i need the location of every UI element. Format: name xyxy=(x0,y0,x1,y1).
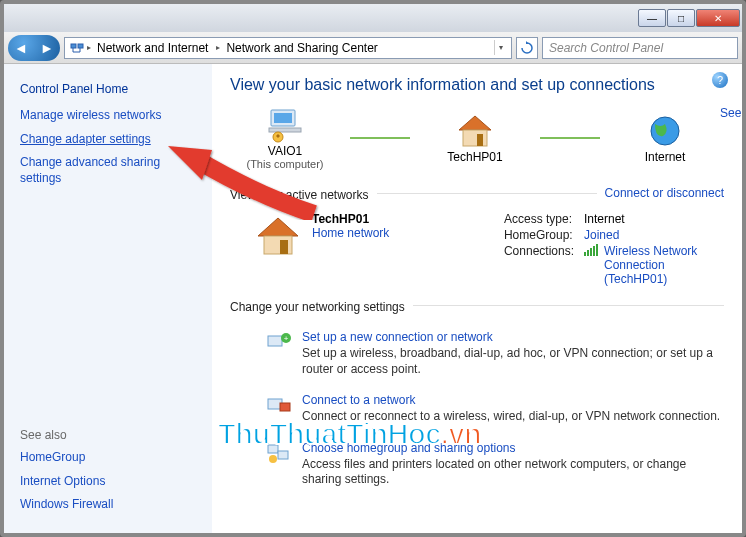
chevron-right-icon: ▸ xyxy=(87,43,91,52)
task-connect-network[interactable]: Connect to a network Connect or reconnec… xyxy=(230,385,724,433)
svg-rect-11 xyxy=(463,130,487,146)
navigation-bar: ◄ ► ▸ Network and Internet ▸ Network and… xyxy=(4,32,742,64)
task-homegroup-sharing[interactable]: Choose homegroup and sharing options Acc… xyxy=(230,433,724,496)
help-icon[interactable]: ? xyxy=(712,72,728,88)
sidebar-change-adapter[interactable]: Change adapter settings xyxy=(20,132,200,148)
node-this-computer[interactable]: VAIO1 (This computer) xyxy=(230,106,340,170)
homegroup-icon xyxy=(266,441,292,465)
svg-marker-14 xyxy=(258,218,298,236)
house-icon xyxy=(250,212,306,258)
homegroup-label: HomeGroup: xyxy=(504,228,574,242)
homegroup-value-link[interactable]: Joined xyxy=(584,228,724,242)
page-title: View your basic network information and … xyxy=(230,76,724,94)
node-gateway[interactable]: TechHP01 xyxy=(420,112,530,164)
control-panel-home-link[interactable]: Control Panel Home xyxy=(20,82,200,96)
svg-text:+: + xyxy=(284,334,289,343)
setup-connection-icon: + xyxy=(266,330,292,354)
svg-point-29 xyxy=(269,455,277,463)
nav-back-forward[interactable]: ◄ ► xyxy=(8,35,60,61)
svg-rect-0 xyxy=(71,44,76,48)
change-settings-heading: Change your networking settings xyxy=(230,300,405,314)
address-bar[interactable]: ▸ Network and Internet ▸ Network and Sha… xyxy=(64,37,512,59)
computer-icon xyxy=(263,106,307,144)
node-computer-label: VAIO1 xyxy=(268,144,302,158)
svg-rect-28 xyxy=(278,451,288,459)
connections-value-link[interactable]: Wireless Network Connection (TechHP01) xyxy=(584,244,724,286)
task-connect-link: Connect to a network xyxy=(302,393,720,407)
active-network-entry: TechHP01 Home network Access type: Inter… xyxy=(230,206,724,292)
task-homegroup-desc: Access files and printers located on oth… xyxy=(302,457,724,488)
see-also-homegroup[interactable]: HomeGroup xyxy=(20,450,200,466)
node-computer-sub: (This computer) xyxy=(246,158,323,170)
see-also-internet-options[interactable]: Internet Options xyxy=(20,474,200,490)
minimize-button[interactable]: — xyxy=(638,9,666,27)
task-homegroup-link: Choose homegroup and sharing options xyxy=(302,441,724,455)
close-button[interactable]: ✕ xyxy=(696,9,740,27)
refresh-button[interactable] xyxy=(516,37,538,59)
search-input[interactable]: Search Control Panel xyxy=(542,37,738,59)
see-also-windows-firewall[interactable]: Windows Firewall xyxy=(20,497,200,513)
search-placeholder: Search Control Panel xyxy=(549,41,663,55)
svg-rect-7 xyxy=(274,113,292,123)
maximize-button[interactable]: □ xyxy=(667,9,695,27)
history-dropdown-icon[interactable]: ▾ xyxy=(494,40,507,55)
map-link-2 xyxy=(540,137,600,139)
task-list: + Set up a new connection or network Set… xyxy=(230,322,724,496)
svg-rect-8 xyxy=(269,128,301,132)
svg-rect-19 xyxy=(590,248,592,256)
content-area: Control Panel Home Manage wireless netwo… xyxy=(4,64,742,533)
active-networks-heading: View your active networks xyxy=(230,188,369,202)
chevron-right-icon: ▸ xyxy=(216,43,220,52)
signal-bars-icon xyxy=(584,244,598,256)
sidebar: Control Panel Home Manage wireless netwo… xyxy=(4,64,212,533)
access-type-label: Access type: xyxy=(504,212,574,226)
svg-marker-10 xyxy=(459,116,491,130)
active-network-name: TechHP01 xyxy=(312,212,389,226)
svg-rect-17 xyxy=(584,252,586,256)
node-internet[interactable]: Internet xyxy=(610,112,720,164)
connect-disconnect-link[interactable]: Connect or disconnect xyxy=(605,186,724,200)
map-link-1 xyxy=(350,137,410,139)
task-connect-desc: Connect or reconnect to a wireless, wire… xyxy=(302,409,720,425)
titlebar: — □ ✕ xyxy=(4,4,742,32)
node-gateway-label: TechHP01 xyxy=(447,150,502,164)
sidebar-manage-wireless[interactable]: Manage wireless networks xyxy=(20,108,200,124)
see-also-heading: See also xyxy=(20,428,200,442)
forward-arrow-icon: ► xyxy=(40,40,54,56)
connections-label: Connections: xyxy=(504,244,574,286)
access-type-value: Internet xyxy=(584,212,724,226)
svg-rect-27 xyxy=(268,445,278,453)
active-network-type-link[interactable]: Home network xyxy=(312,226,389,240)
house-icon xyxy=(453,112,497,150)
back-arrow-icon: ◄ xyxy=(14,40,28,56)
network-icon xyxy=(69,40,85,56)
see-full-map-link[interactable]: See full map xyxy=(720,106,742,120)
svg-rect-22 xyxy=(268,336,282,346)
task-setup-connection[interactable]: + Set up a new connection or network Set… xyxy=(230,322,724,385)
svg-rect-16 xyxy=(280,240,288,254)
globe-icon xyxy=(643,112,687,150)
svg-rect-21 xyxy=(596,244,598,256)
svg-rect-18 xyxy=(587,250,589,256)
breadcrumb-sharing-center[interactable]: Network and Sharing Center xyxy=(222,41,383,55)
svg-rect-20 xyxy=(593,246,595,256)
window-frame: — □ ✕ ◄ ► ▸ Network and Internet ▸ Netwo… xyxy=(0,0,746,537)
task-setup-link: Set up a new connection or network xyxy=(302,330,724,344)
main-pane: ? View your basic network information an… xyxy=(212,64,742,533)
task-setup-desc: Set up a wireless, broadband, dial-up, a… xyxy=(302,346,724,377)
refresh-icon xyxy=(520,41,534,55)
svg-rect-1 xyxy=(78,44,83,48)
node-internet-label: Internet xyxy=(645,150,686,164)
svg-rect-26 xyxy=(280,403,290,411)
sidebar-change-advanced-sharing[interactable]: Change advanced sharing settings xyxy=(20,155,200,186)
network-map: VAIO1 (This computer) TechHP01 xyxy=(230,106,720,170)
connect-network-icon xyxy=(266,393,292,417)
svg-rect-12 xyxy=(477,134,483,146)
breadcrumb-network-internet[interactable]: Network and Internet xyxy=(93,41,214,55)
